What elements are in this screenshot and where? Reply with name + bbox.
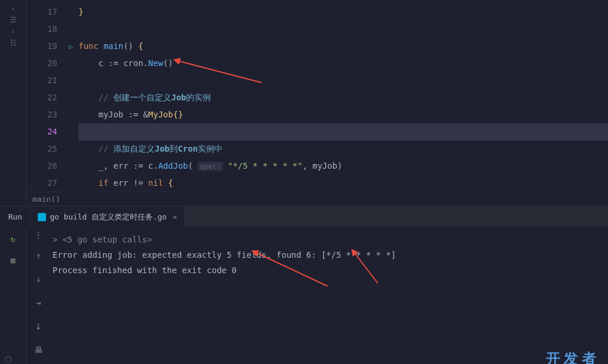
run-line-icon[interactable]: ▷ [68,42,73,51]
method-new: New [148,58,163,68]
keyword-func: func [79,41,99,51]
file-tree-icon-2[interactable]: ☷ [10,39,17,47]
comment: // 创建一个自定义Job的实例 [99,93,211,102]
var-err: err [113,161,128,170]
stop-button[interactable]: ■ [5,252,21,268]
corner-icon[interactable]: ⬡ [5,355,12,364]
soft-wrap-icon[interactable]: ⇥ [30,294,47,311]
comment: // 添加自定义Job到Cron实例中 [99,144,223,153]
setup-calls-fold: <5 go setup calls> [63,235,152,244]
breadcrumb[interactable]: main() [27,192,608,206]
type-myjob: MyJob [148,110,173,119]
scroll-to-end-icon[interactable]: ⤓ [30,318,47,335]
run-tab-bar: Run go build 自定义类定时任务.go × [0,206,608,227]
scroll-down-icon[interactable]: ↓ [30,271,47,287]
scroll-up-icon[interactable]: ↑ [30,247,47,264]
var-myjob: myJob [99,110,123,119]
more-options[interactable]: ⋮ [30,231,47,240]
method-addjob: AddJob [158,161,188,170]
string-spec: "*/5 * * * * *" [228,161,302,170]
collapse-chevron-2[interactable]: › [11,28,15,35]
console-output[interactable]: > <5 go setup calls> Error adding job: e… [50,227,608,364]
code-editor[interactable]: 17 18 19 20 21 22 23 24 25 26 27 ▷ [27,0,608,192]
error-output: Error adding job: expected exactly 5 fie… [53,247,606,263]
keyword-nil: nil [148,178,163,188]
fold-chevron[interactable]: > [53,235,57,244]
file-tree-icon[interactable]: ☰ [10,16,17,24]
keyword-if: if [99,178,109,188]
pkg-cron: cron [123,58,143,68]
print-icon[interactable]: 🖶 [30,342,47,358]
current-line [79,123,608,140]
run-config-tab[interactable]: go build 自定义类定时任务.go × [31,206,185,227]
run-gutter: ▷ [63,0,79,192]
run-label[interactable]: Run [0,206,31,227]
rerun-button[interactable]: ↻ [5,231,21,247]
exit-status: Process finished with the exit code 0 [53,263,606,278]
param-hint: spec: [198,162,223,171]
collapse-chevron-1[interactable]: › [11,5,15,12]
project-gutter: › ☰ › ☷ [0,0,27,206]
func-main: main [103,41,123,51]
go-icon [38,213,46,221]
watermark: 开 发 者 csDevZe.CoM [546,349,596,364]
run-tab-name: go build 自定义类定时任务.go [50,212,166,222]
code-brace: } [79,7,83,17]
line-number-gutter: 17 18 19 20 21 22 23 24 25 26 27 [27,0,63,192]
var-c: c [99,58,103,68]
close-tab-icon[interactable]: × [172,212,177,221]
